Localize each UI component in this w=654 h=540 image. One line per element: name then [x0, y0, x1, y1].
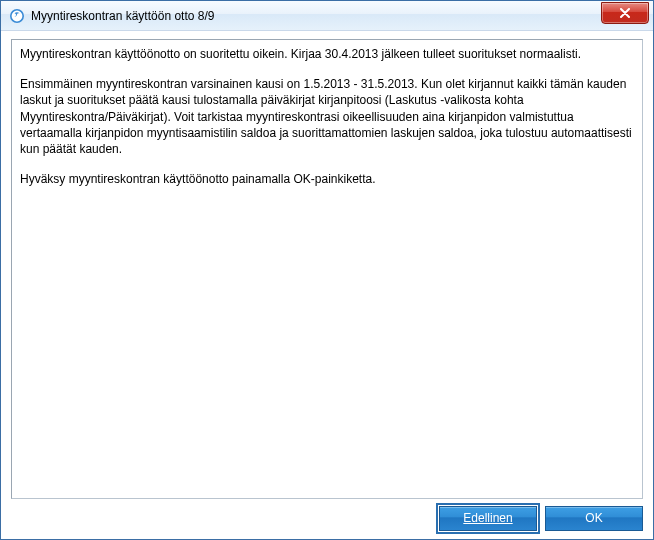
ok-button-label: OK — [585, 511, 602, 525]
close-button[interactable] — [601, 2, 649, 24]
previous-button-label: Edellinen — [463, 511, 512, 525]
content-panel: Myyntireskontran käyttöönotto on suorite… — [11, 39, 643, 499]
ok-button[interactable]: OK — [545, 506, 643, 531]
button-row: Edellinen OK — [1, 505, 653, 539]
app-icon — [9, 8, 25, 24]
intro-paragraph-2: Ensimmäinen myyntireskontran varsinainen… — [20, 76, 634, 157]
titlebar: Myyntireskontran käyttöön otto 8/9 — [1, 1, 653, 31]
close-icon — [619, 8, 631, 18]
dialog-window: Myyntireskontran käyttöön otto 8/9 Myynt… — [0, 0, 654, 540]
intro-paragraph-1: Myyntireskontran käyttöönotto on suorite… — [20, 46, 634, 62]
previous-button[interactable]: Edellinen — [439, 506, 537, 531]
intro-paragraph-3: Hyväksy myyntireskontran käyttöönotto pa… — [20, 171, 634, 187]
window-title: Myyntireskontran käyttöön otto 8/9 — [31, 9, 214, 23]
svg-point-0 — [11, 9, 23, 21]
client-area: Myyntireskontran käyttöönotto on suorite… — [1, 31, 653, 539]
